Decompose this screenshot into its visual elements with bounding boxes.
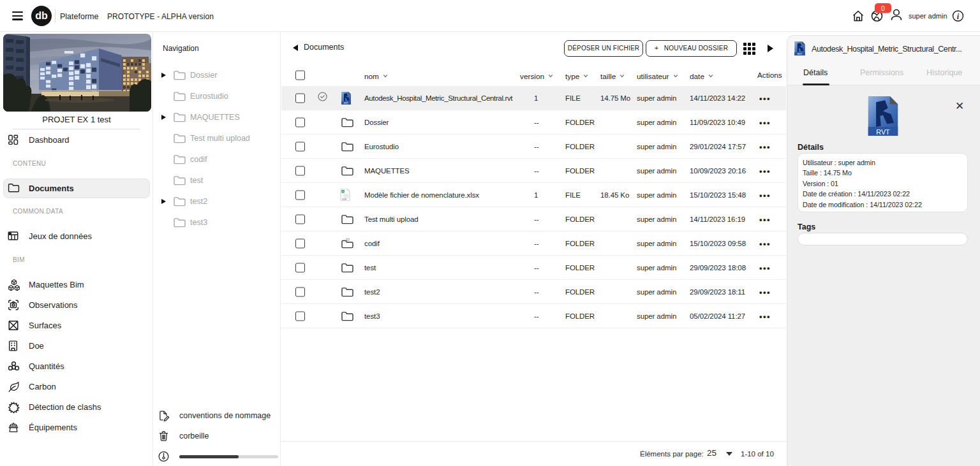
svg-text:XLSX: XLSX (342, 198, 346, 200)
svg-text:RVT: RVT (344, 102, 349, 105)
svg-text:0: 0 (881, 4, 885, 12)
svg-text:RVT: RVT (876, 128, 890, 136)
svg-text:i: i (957, 12, 960, 21)
svg-text:RVT: RVT (798, 53, 803, 55)
